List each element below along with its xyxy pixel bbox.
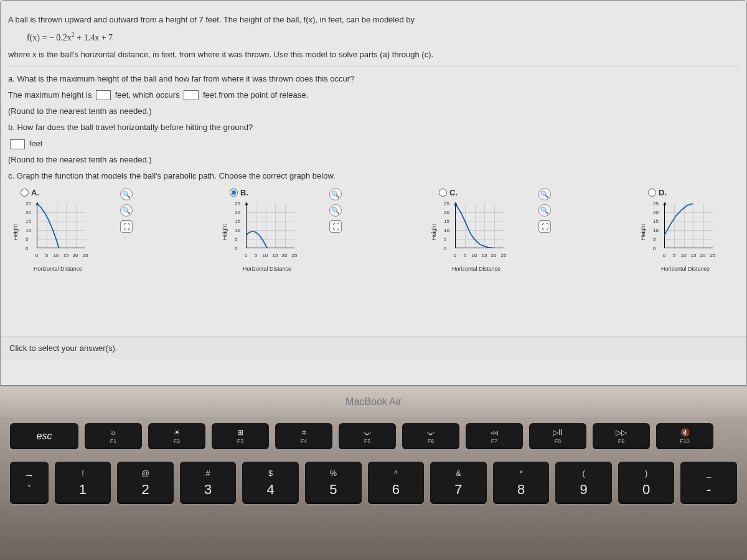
key-minus: _- — [680, 462, 737, 504]
key-5: %5 — [305, 462, 362, 504]
option-a-label: A. — [31, 188, 39, 197]
intro-line-1: A ball is thrown upward and outward from… — [8, 13, 739, 27]
f6-key: ·ᴗ·F6 — [402, 423, 459, 449]
footer-instruction: Click to select your answer(s). — [1, 337, 746, 359]
f3-key: ⊞F3 — [212, 423, 269, 449]
chart-c: Height Horizontal Distance ▲ 25 20 15 10… — [439, 201, 514, 263]
key-4: $4 — [242, 462, 299, 504]
expand-icon[interactable]: ⛶ — [329, 220, 342, 233]
part-a: a. What is the maximum height of the bal… — [8, 72, 739, 118]
option-d-label: D. — [659, 188, 667, 197]
chart-a: Height Horizontal Distance ▲ 25 20 15 10… — [21, 201, 95, 263]
part-c: c. Graph the function that models the ba… — [8, 169, 739, 183]
key-1: !1 — [55, 462, 111, 504]
horizontal-distance-input[interactable] — [10, 139, 25, 149]
radio-a[interactable] — [21, 189, 29, 197]
f10-key: 🔇F10 — [656, 423, 713, 449]
problem-content: A ball is thrown upward and outward from… — [1, 1, 746, 337]
part-b-fill: feet — [8, 137, 739, 151]
zoom-in-icon[interactable]: 🔍 — [329, 188, 342, 200]
zoom-out-icon[interactable]: 🔍 — [329, 204, 342, 217]
f2-key: ☀F2 — [148, 423, 205, 449]
f1-key: ☼F1 — [85, 423, 142, 449]
problem-screen: A ball is thrown upward and outward from… — [0, 0, 747, 386]
distance-input[interactable] — [184, 90, 199, 100]
graph-option-d[interactable]: D. Height Horizontal Distance ▲ 25 20 1 — [648, 188, 739, 263]
graph-option-c[interactable]: C. Height Horizontal Distance ▲ 25 20 1 — [439, 188, 530, 263]
key-0: )0 — [618, 462, 675, 504]
key-2: @2 — [117, 462, 174, 504]
expand-icon[interactable]: ⛶ — [538, 220, 551, 233]
part-b: b. How far does the ball travel horizont… — [8, 121, 739, 167]
problem-text: A ball is thrown upward and outward from… — [8, 13, 739, 62]
laptop-hinge: MacBook Air — [0, 386, 747, 417]
part-b-question: b. How far does the ball travel horizont… — [8, 121, 739, 134]
graph-option-b[interactable]: B. Height Horizontal Distance ▲ 25 20 1 — [230, 188, 321, 263]
formula: f(x) = − 0.2x2 + 1.4x + 7 — [8, 29, 739, 45]
part-a-fill: The maximum height is feet, which occurs… — [8, 88, 739, 102]
radio-b[interactable] — [230, 189, 238, 197]
divider — [8, 67, 739, 67]
radio-c[interactable] — [439, 189, 447, 197]
number-key-row: ~` !1 @2 #3 $4 %5 ^6 &7 *8 (9 )0 _- — [0, 455, 747, 510]
zoom-out-icon[interactable]: 🔍 — [538, 204, 551, 217]
function-key-row: esc ☼F1 ☀F2 ⊞F3 ⌗F4 ·ᴗ·F5 ·ᴗ·F6 ◃◃F7 ▷II… — [0, 417, 747, 455]
round-note-b: (Round to the nearest tenth as needed.) — [8, 153, 739, 167]
intro-line-2: where x is the ball's horizontal distanc… — [8, 48, 739, 62]
part-c-question: c. Graph the function that models the ba… — [8, 169, 739, 183]
laptop-brand: MacBook Air — [345, 396, 402, 408]
f4-key: ⌗F4 — [275, 423, 332, 449]
key-8: *8 — [493, 462, 550, 504]
f5-key: ·ᴗ·F5 — [339, 423, 396, 449]
laptop-keyboard: MacBook Air esc ☼F1 ☀F2 ⊞F3 ⌗F4 ·ᴗ·F5 ·ᴗ… — [0, 386, 747, 560]
round-note-a: (Round to the nearest tenth as needed.) — [8, 105, 739, 118]
f8-key: ▷IIF8 — [529, 423, 586, 449]
option-c-label: C. — [449, 188, 458, 197]
option-b-label: B. — [240, 188, 248, 197]
max-height-input[interactable] — [96, 90, 111, 100]
key-3: #3 — [180, 462, 237, 504]
key-6: ^6 — [368, 462, 425, 504]
f9-key: ▷▷F9 — [593, 423, 650, 449]
chart-d: Height Horizontal Distance ▲ 25 20 15 10… — [648, 201, 723, 263]
zoom-in-icon[interactable]: 🔍 — [120, 188, 133, 200]
radio-d[interactable] — [648, 189, 656, 197]
expand-icon[interactable]: ⛶ — [120, 220, 133, 233]
part-a-question: a. What is the maximum height of the bal… — [8, 72, 739, 86]
chart-b: Height Horizontal Distance ▲ 25 20 15 10… — [230, 201, 304, 263]
f7-key: ◃◃F7 — [466, 423, 523, 449]
graph-options-row: A. Height Horizontal Distance ▲ 25 20 1 — [8, 188, 739, 263]
key-7: &7 — [430, 462, 487, 504]
zoom-out-icon[interactable]: 🔍 — [120, 204, 133, 217]
esc-key: esc — [10, 423, 78, 449]
key-9: (9 — [555, 462, 612, 504]
tilde-key: ~` — [10, 462, 49, 504]
zoom-in-icon[interactable]: 🔍 — [538, 188, 551, 200]
graph-option-a[interactable]: A. Height Horizontal Distance ▲ 25 20 1 — [21, 188, 111, 263]
